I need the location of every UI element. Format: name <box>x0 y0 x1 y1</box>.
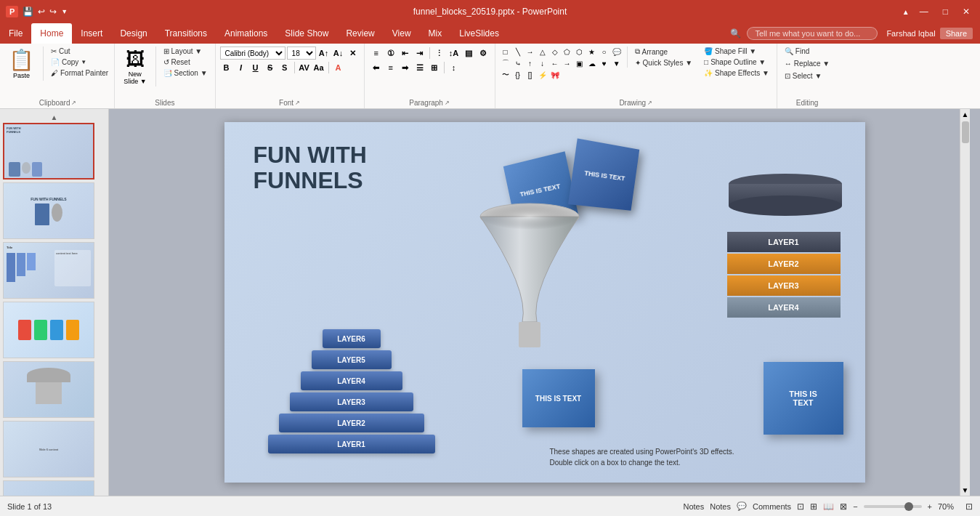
menu-slideshow[interactable]: Slide Show <box>276 23 337 44</box>
customize-icon[interactable]: ▼ <box>61 8 68 15</box>
clear-format-button[interactable]: ✕ <box>347 47 360 60</box>
bullets-button[interactable]: ≡ <box>370 47 383 60</box>
slide-thumb-1[interactable]: FUN WITHFUNNELS <box>3 123 94 180</box>
shape-rarrow[interactable]: → <box>562 58 573 68</box>
box-below-funnel[interactable]: THIS IS TEXT <box>522 369 595 427</box>
new-slide-button[interactable]: 🖼 New Slide ▼ <box>119 47 150 86</box>
shape-block[interactable]: ▣ <box>574 58 586 68</box>
editing-select-button[interactable]: ⊡ Select ▼ <box>782 71 833 81</box>
italic-button[interactable]: I <box>235 61 248 74</box>
shape-more[interactable]: ▼ <box>611 58 623 68</box>
slide-item-7[interactable]: 7 ★ <box>3 480 105 496</box>
shape-cloud[interactable]: ☁ <box>586 58 598 68</box>
ribbon-toggle-icon[interactable]: ▲ <box>902 8 910 16</box>
slide-thumb-3[interactable]: Title content text here <box>3 242 94 299</box>
underline-button[interactable]: U <box>249 61 262 74</box>
slide-thumb-4[interactable] <box>3 302 94 358</box>
align-text-button[interactable]: ▤ <box>462 47 475 60</box>
shape-diamond[interactable]: ◇ <box>549 47 561 57</box>
replace-button[interactable]: ↔ Replace ▼ <box>782 59 833 68</box>
columns-button[interactable]: ⋮ <box>433 47 446 60</box>
shape-brace[interactable]: {} <box>512 70 524 80</box>
menu-home[interactable]: Home <box>31 23 72 44</box>
shape-rect[interactable]: □ <box>500 47 511 57</box>
presenter-view-icon[interactable]: ⊠ <box>840 501 847 512</box>
menu-livestides[interactable]: LiveSlides <box>450 23 508 44</box>
layer-3[interactable]: LAYER3 <box>290 392 413 411</box>
increase-indent-button[interactable]: ⇥ <box>413 47 426 60</box>
search-input[interactable] <box>747 27 878 40</box>
layer-2[interactable]: LAYER2 <box>279 414 424 432</box>
format-painter-button[interactable]: 🖌 Format Painter <box>48 68 111 78</box>
shape-line[interactable]: ╲ <box>512 47 524 57</box>
arrange-button[interactable]: ⧉ Arrange <box>632 47 695 57</box>
floating-cube-2[interactable]: THIS IS TEXT <box>568 138 639 210</box>
font-expand-icon[interactable]: ↗ <box>295 100 300 106</box>
slide-item-2[interactable]: 2 ★ FUN WITH FUNNELS <box>3 182 105 239</box>
fit-slide-button[interactable]: ⊡ <box>965 501 973 512</box>
increase-font-button[interactable]: A↑ <box>317 47 331 60</box>
section-button[interactable]: 📑 Section ▼ <box>161 68 211 78</box>
numbering-button[interactable]: ① <box>384 47 397 60</box>
bold-button[interactable]: B <box>220 61 233 74</box>
minimize-button[interactable]: — <box>915 7 933 17</box>
shape-outline-button[interactable]: □ Shape Outline ▼ <box>701 57 772 67</box>
scroll-down-arrow[interactable]: ▼ <box>960 485 971 496</box>
layer-1[interactable]: LAYER1 <box>268 435 435 453</box>
panel-scroll-up[interactable]: ▲ <box>3 112 105 123</box>
menu-design[interactable]: Design <box>111 23 155 44</box>
decrease-indent-button[interactable]: ⇤ <box>399 47 412 60</box>
user-name[interactable]: Farshad Iqbal <box>886 29 935 38</box>
paragraph-expand-icon[interactable]: ↗ <box>445 100 450 106</box>
shape-triangle[interactable]: △ <box>537 47 548 57</box>
notes-button[interactable]: Notes <box>683 502 704 511</box>
comments-button[interactable]: 💬 <box>737 501 747 511</box>
reading-view-icon[interactable]: 📖 <box>823 501 834 512</box>
shape-larrow[interactable]: ← <box>549 58 561 68</box>
shape-arrow[interactable]: → <box>525 47 536 57</box>
right-box-below[interactable]: THIS IS TEXT <box>764 362 843 435</box>
menu-file[interactable]: File <box>0 23 31 44</box>
align-left-button[interactable]: ⬅ <box>370 61 383 74</box>
layer-5[interactable]: LAYER5 <box>312 350 392 369</box>
right-layer-2[interactable]: LAYER2 <box>727 254 841 274</box>
decrease-font-button[interactable]: A↓ <box>332 47 345 60</box>
shape-star[interactable]: ★ <box>586 47 598 57</box>
menu-view[interactable]: View <box>384 23 420 44</box>
shape-pentagon[interactable]: ⬠ <box>562 47 573 57</box>
shape-heart[interactable]: ♥ <box>599 58 610 68</box>
change-case-button[interactable]: Aa <box>312 61 325 74</box>
shape-effects-button[interactable]: ✨ Shape Effects ▼ <box>701 68 772 78</box>
menu-mix[interactable]: Mix <box>420 23 451 44</box>
save-icon[interactable]: 💾 <box>23 7 33 17</box>
layout-button[interactable]: ⊞ Layout ▼ <box>161 47 211 56</box>
slide-thumb-5[interactable] <box>3 361 94 418</box>
shape-ribbon[interactable]: 🎀 <box>549 70 561 80</box>
shape-fill-button[interactable]: 🪣 Shape Fill ▼ <box>701 47 772 56</box>
shape-hexagon[interactable]: ⬡ <box>574 47 586 57</box>
clipboard-expand-icon[interactable]: ↗ <box>71 100 76 106</box>
smartart-button[interactable]: ⚙ <box>477 47 490 60</box>
right-layer-3[interactable]: LAYER3 <box>727 275 841 296</box>
shape-bolt[interactable]: ⚡ <box>537 70 548 80</box>
shape-uarrow[interactable]: ↑ <box>525 58 536 68</box>
char-spacing-button[interactable]: AV <box>298 61 311 74</box>
text-direction-button[interactable]: ↕A <box>448 47 461 60</box>
shape-bracket[interactable]: [] <box>525 70 536 80</box>
zoom-out-button[interactable]: − <box>853 502 857 511</box>
vertical-scrollbar[interactable]: ▲ ▼ <box>960 109 970 496</box>
copy-button[interactable]: 📄 Copy ▼ <box>48 57 111 67</box>
shape-darrow[interactable]: ↓ <box>537 58 548 68</box>
restore-button[interactable]: □ <box>939 7 952 17</box>
paste-button[interactable]: 📋 Paste <box>4 47 39 81</box>
cut-button[interactable]: ✂ Cut <box>48 47 111 56</box>
right-layer-1[interactable]: LAYER1 <box>727 232 841 252</box>
zoom-in-button[interactable]: + <box>928 502 932 511</box>
right-layer-4[interactable]: LAYER4 <box>727 297 841 318</box>
slide-item-4[interactable]: 4 ★ <box>3 302 105 358</box>
line-spacing-button[interactable]: ↕ <box>448 61 461 74</box>
slide-thumb-6[interactable]: Slide 6 content <box>3 421 94 477</box>
shape-callout[interactable]: 💬 <box>611 47 623 57</box>
zoom-thumb[interactable] <box>904 502 913 511</box>
slide-item-3[interactable]: 3 ★ Title content text here <box>3 242 105 299</box>
